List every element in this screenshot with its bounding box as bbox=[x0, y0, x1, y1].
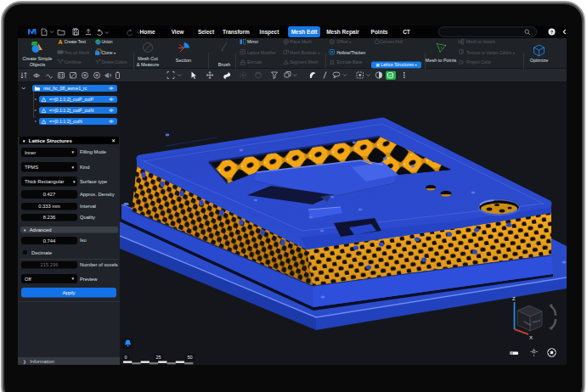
svg-text:!: ! bbox=[43, 120, 44, 124]
svg-text:0: 0 bbox=[124, 355, 127, 360]
svg-text:A: A bbox=[58, 39, 62, 45]
svg-text:!: ! bbox=[43, 98, 44, 102]
svg-text:50: 50 bbox=[187, 355, 192, 360]
svg-text:Z: Z bbox=[512, 296, 516, 301]
svg-text:X: X bbox=[529, 335, 533, 340]
svg-text:!: ! bbox=[43, 109, 44, 113]
svg-text:25: 25 bbox=[155, 355, 161, 360]
